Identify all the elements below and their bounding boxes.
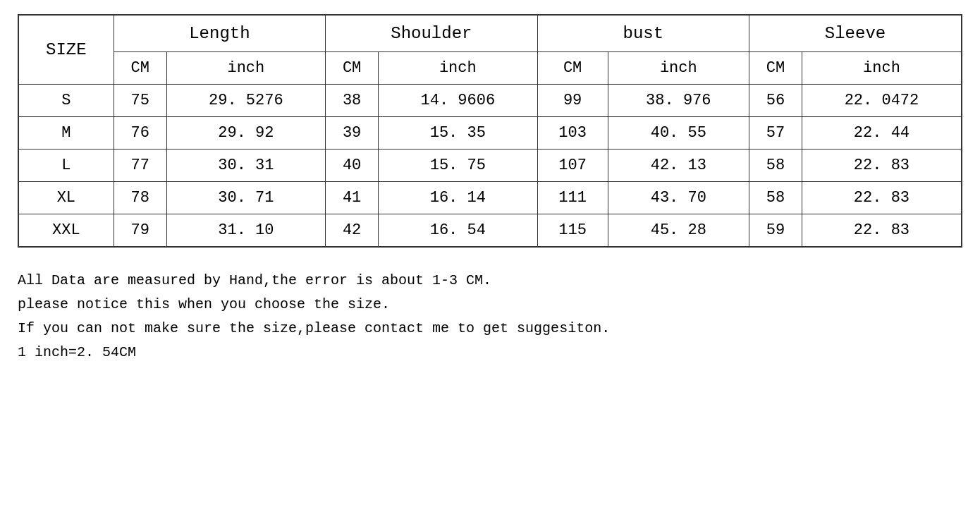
cell-bust-inch: 40. 55 (608, 117, 749, 150)
sleeve-cm-header: CM (749, 52, 802, 85)
table-row: L7730. 314015. 7510742. 135822. 83 (18, 150, 962, 182)
cell-size: M (18, 117, 114, 150)
table-row: S7529. 52763814. 96069938. 9765622. 0472 (18, 85, 962, 117)
length-header: Length (114, 15, 325, 52)
cell-shoulder-cm: 41 (326, 182, 379, 214)
cell-length-inch: 29. 92 (166, 117, 326, 150)
cell-shoulder-inch: 14. 9606 (379, 85, 538, 117)
cell-bust-cm: 103 (537, 117, 608, 150)
bust-inch-header: inch (608, 52, 749, 85)
shoulder-cm-header: CM (326, 52, 379, 85)
cell-length-inch: 31. 10 (166, 214, 326, 248)
cell-length-cm: 78 (114, 182, 166, 214)
shoulder-header: Shoulder (326, 15, 537, 52)
cell-shoulder-inch: 15. 75 (379, 150, 538, 182)
sub-header-row: CM inch CM inch CM inch CM inch (18, 52, 962, 85)
footer-line1: All Data are measured by Hand,the error … (18, 269, 962, 293)
cell-sleeve-inch: 22. 0472 (802, 85, 962, 117)
cell-sleeve-cm: 57 (749, 117, 802, 150)
cell-length-cm: 77 (114, 150, 166, 182)
cell-bust-cm: 115 (537, 214, 608, 248)
cell-shoulder-cm: 39 (326, 117, 379, 150)
cell-shoulder-inch: 15. 35 (379, 117, 538, 150)
cell-bust-inch: 43. 70 (608, 182, 749, 214)
cell-shoulder-cm: 38 (326, 85, 379, 117)
shoulder-inch-header: inch (379, 52, 538, 85)
cell-sleeve-cm: 58 (749, 182, 802, 214)
cell-size: XL (18, 182, 114, 214)
cell-shoulder-cm: 40 (326, 150, 379, 182)
cell-shoulder-cm: 42 (326, 214, 379, 248)
cell-bust-cm: 111 (537, 182, 608, 214)
length-cm-header: CM (114, 52, 166, 85)
header-group-row: SIZE Length Shoulder bust Sleeve (18, 15, 962, 52)
size-table: SIZE Length Shoulder bust Sleeve CM inch… (18, 14, 962, 248)
cell-sleeve-cm: 58 (749, 150, 802, 182)
bust-header: bust (537, 15, 749, 52)
cell-size: L (18, 150, 114, 182)
cell-sleeve-inch: 22. 83 (802, 214, 962, 248)
cell-sleeve-inch: 22. 83 (802, 182, 962, 214)
footer-line3: If you can not make sure the size,please… (18, 317, 962, 341)
cell-length-inch: 30. 31 (166, 150, 326, 182)
cell-sleeve-cm: 56 (749, 85, 802, 117)
sleeve-header: Sleeve (749, 15, 962, 52)
cell-size: XXL (18, 214, 114, 248)
table-row: XXL7931. 104216. 5411545. 285922. 83 (18, 214, 962, 248)
size-header: SIZE (18, 15, 114, 85)
cell-sleeve-inch: 22. 44 (802, 117, 962, 150)
table-row: XL7830. 714116. 1411143. 705822. 83 (18, 182, 962, 214)
bust-cm-header: CM (537, 52, 608, 85)
footer-notes: All Data are measured by Hand,the error … (18, 269, 962, 365)
cell-shoulder-inch: 16. 14 (379, 182, 538, 214)
cell-length-inch: 30. 71 (166, 182, 326, 214)
cell-size: S (18, 85, 114, 117)
footer-line4: 1 inch=2. 54CM (18, 341, 962, 365)
cell-length-cm: 75 (114, 85, 166, 117)
cell-bust-inch: 42. 13 (608, 150, 749, 182)
cell-length-cm: 76 (114, 117, 166, 150)
sleeve-inch-header: inch (802, 52, 962, 85)
page-container: SIZE Length Shoulder bust Sleeve CM inch… (7, 7, 973, 372)
cell-bust-cm: 107 (537, 150, 608, 182)
length-inch-header: inch (166, 52, 326, 85)
cell-bust-cm: 99 (537, 85, 608, 117)
cell-sleeve-cm: 59 (749, 214, 802, 248)
table-row: M7629. 923915. 3510340. 555722. 44 (18, 117, 962, 150)
cell-bust-inch: 45. 28 (608, 214, 749, 248)
cell-length-cm: 79 (114, 214, 166, 248)
footer-line2: please notice this when you choose the s… (18, 293, 962, 317)
cell-bust-inch: 38. 976 (608, 85, 749, 117)
cell-shoulder-inch: 16. 54 (379, 214, 538, 248)
cell-sleeve-inch: 22. 83 (802, 150, 962, 182)
cell-length-inch: 29. 5276 (166, 85, 326, 117)
